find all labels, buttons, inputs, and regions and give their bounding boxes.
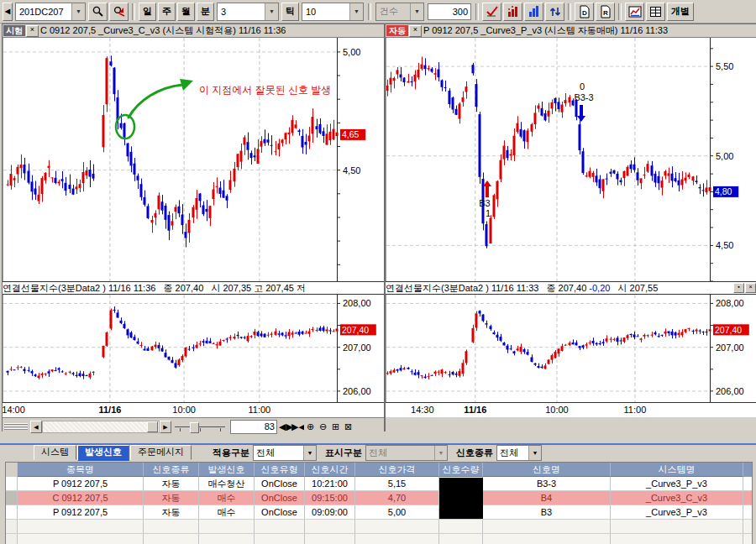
svg-text:0: 0	[580, 81, 585, 92]
table-cell	[144, 520, 199, 533]
tab-order-message[interactable]: 주문메시지	[130, 445, 192, 460]
svg-text:1: 1	[486, 208, 491, 218]
row-selector-cell[interactable]	[6, 491, 18, 505]
column-header[interactable]: 신호수량	[439, 463, 483, 477]
time-axis-label: 11/16	[464, 405, 486, 415]
index-chart-header: 연결선물지수(3분Data2 ) 11/16 11:36 종 207,40 시 …	[3, 281, 384, 295]
period-month-button[interactable]: 월	[177, 3, 195, 21]
table-row[interactable]: P 0912 207,5자동매수OnClose09:09:005,00B3_Cu…	[6, 505, 752, 520]
chevron-down-icon: ▼	[434, 446, 447, 460]
search-cancel-button[interactable]	[109, 3, 129, 21]
close-icon[interactable]: ×	[26, 25, 39, 37]
chevron-down-icon: ▼	[349, 3, 363, 20]
column-header[interactable]: 시스템명	[611, 463, 743, 477]
scrollbar-thumb[interactable]	[147, 421, 158, 432]
period-week-button[interactable]: 주	[158, 3, 176, 21]
document-r-button[interactable]: R	[596, 3, 615, 21]
column-header[interactable]: 신호종류	[144, 463, 199, 477]
table-row[interactable]: P 0912 207,5자동매수청산OnClose10:21:005,15B3-…	[6, 477, 752, 491]
tab-system[interactable]: 시스템	[34, 445, 76, 460]
table-cell	[199, 520, 255, 533]
svg-text:5,00: 5,00	[343, 47, 360, 57]
symbol-combo[interactable]: 201DC207 ▼	[15, 3, 86, 21]
table-cell: _Curve3_P_v3	[611, 505, 743, 519]
time-axis-label: 10:00	[172, 405, 196, 415]
table-row[interactable]: C 0912 207,5자동매수OnClose09:15:004,70B4_Cu…	[6, 491, 752, 505]
period-minute-button[interactable]: 분	[197, 3, 214, 21]
table-cell	[18, 520, 144, 533]
table-body: P 0912 207,5자동매수청산OnClose10:21:005,15B3-…	[6, 477, 752, 544]
time-axis: 14:3011/1610:0011:00	[386, 402, 756, 417]
signal-chart-red-button[interactable]	[503, 3, 522, 21]
close-box-icon[interactable]: ⊠	[342, 420, 354, 433]
minute-combo[interactable]: 3 ▼	[217, 3, 279, 21]
compress-horizontal-icon[interactable]: ▶◀	[291, 420, 304, 433]
chart-title: C 0912 207,5 _Curve3_C_v3 (시스템 시험적용) 11/…	[40, 24, 286, 37]
table-cell: 10:21:00	[305, 477, 355, 490]
signal-check-button[interactable]	[482, 3, 501, 21]
row-selector-cell[interactable]	[6, 505, 18, 519]
filter-signal-type-combo[interactable]: 전체▼	[496, 445, 542, 461]
tick-combo[interactable]: 10 ▼	[302, 3, 364, 21]
main-candlestick-chart: 5,505,004,504,800B3-3B31	[386, 38, 756, 281]
column-header[interactable]: 종목명	[18, 463, 144, 477]
search-button[interactable]	[88, 3, 108, 21]
svg-text:4,50: 4,50	[343, 165, 360, 175]
zoom-out-icon[interactable]: ⊖	[317, 420, 329, 433]
trading-app-window: ◀ 201DC207 ▼ 일 주 월 분 3 ▼ 틱 10 ▼ 건수 ▼	[0, 0, 756, 544]
svg-text:4,65: 4,65	[342, 129, 360, 139]
zoom-slider[interactable]	[175, 421, 225, 433]
table-cell	[355, 520, 439, 533]
scroll-left-button[interactable]: ◀	[3, 3, 13, 21]
chart-panel-call: 시험 × C 0912 207,5 _Curve3_C_v3 (시스템 시험적용…	[2, 24, 385, 432]
document-r-icon: R	[599, 5, 612, 18]
restore-icon[interactable]: ▪	[733, 283, 744, 293]
chevron-down-icon: ▼	[528, 446, 541, 460]
table-cell: C 0912 207,5	[18, 491, 144, 505]
fit-chart-icon[interactable]: ⊞	[329, 420, 342, 433]
individual-button[interactable]: 개별	[667, 3, 694, 21]
period-day-button[interactable]: 일	[139, 3, 156, 21]
zoom-in-icon[interactable]: ⊕	[304, 420, 317, 433]
column-header[interactable]: 신호유형	[255, 463, 305, 477]
sort-updown-button[interactable]	[545, 3, 564, 21]
filter-label: 적용구분	[213, 447, 249, 459]
resize-grip-icon[interactable]	[4, 423, 28, 431]
column-header[interactable]: 신호가격	[355, 463, 439, 477]
chart-window-button[interactable]	[625, 3, 644, 21]
table-cell	[611, 520, 743, 533]
count-input[interactable]	[428, 3, 471, 20]
row-selector-cell	[6, 520, 18, 533]
grid-button[interactable]	[646, 3, 665, 21]
check-icon	[486, 5, 499, 18]
expand-horizontal-icon[interactable]: ◀▶	[279, 420, 291, 433]
table-cell	[255, 534, 305, 544]
test-mode-badge: 시험	[3, 25, 25, 36]
close-icon[interactable]: ×	[745, 283, 756, 293]
time-axis-label: 10:00	[545, 405, 569, 415]
signal-table: 종목명신호종류발생신호신호유형신호시간신호가격신호수량신호명시스템명 P 091…	[5, 462, 753, 544]
index-change: -0,20	[589, 283, 610, 294]
filter-display-combo: 전체▼	[365, 445, 448, 461]
bars-blue-icon	[528, 5, 541, 18]
document-d-button[interactable]: D	[575, 3, 594, 21]
table-cell: OnClose	[255, 505, 305, 519]
filter-apply-combo[interactable]: 전체▼	[253, 445, 317, 461]
close-icon[interactable]: ×	[409, 25, 422, 37]
tick-button[interactable]: 틱	[281, 3, 299, 21]
table-cell: 5,00	[355, 505, 439, 519]
scrollbar-track[interactable]	[42, 421, 160, 433]
tab-signal[interactable]: 발생신호	[77, 445, 129, 461]
column-header[interactable]: 발생신호	[199, 463, 255, 477]
tick-value: 10	[302, 7, 349, 17]
column-header[interactable]: 신호시간	[305, 463, 355, 477]
scrollbar-right-arrow[interactable]: ▶	[160, 421, 171, 433]
signal-chart-blue-button[interactable]	[524, 3, 543, 21]
table-cell: P 0912 207,5	[18, 505, 144, 519]
zoom-slider-thumb[interactable]	[190, 422, 199, 433]
row-selector-cell[interactable]	[6, 477, 18, 490]
chevron-down-icon: ▼	[303, 446, 316, 460]
column-header[interactable]: 신호명	[483, 463, 611, 477]
scrollbar-left-arrow[interactable]: ◀	[30, 421, 42, 433]
bar-count-input[interactable]	[230, 420, 277, 434]
